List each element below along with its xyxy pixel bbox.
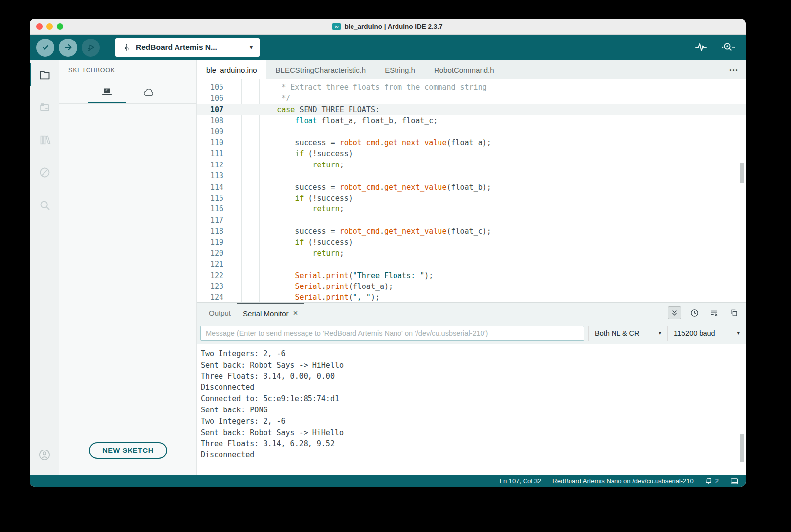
laptop-icon bbox=[101, 87, 113, 98]
upload-button[interactable] bbox=[59, 39, 77, 57]
line-number: 110 bbox=[197, 137, 223, 148]
code-text: return; bbox=[241, 204, 344, 214]
code-line[interactable]: 106 */ bbox=[197, 93, 746, 104]
code-line[interactable]: 116 return; bbox=[197, 204, 746, 214]
toggle-timestamp-button[interactable] bbox=[688, 306, 701, 319]
code-line[interactable]: 110 success = robot_cmd.get_next_value(f… bbox=[197, 137, 746, 148]
serial-input-row: Both NL & CR ▾ 115200 baud ▾ bbox=[197, 323, 746, 344]
minimize-window-button[interactable] bbox=[46, 23, 53, 30]
usb-icon bbox=[122, 42, 131, 53]
arduino-ide-window: ∞ ble_arduino | Arduino IDE 2.3.7 bbox=[30, 19, 746, 487]
verify-button[interactable] bbox=[36, 39, 54, 57]
output-tab[interactable]: Output bbox=[203, 303, 237, 323]
serial-output-line: Disconnected bbox=[201, 382, 746, 393]
sidebar-item-library-manager[interactable] bbox=[30, 127, 59, 153]
debug-button[interactable] bbox=[82, 39, 100, 57]
folder-icon bbox=[38, 68, 51, 82]
editor-scrollbar[interactable] bbox=[740, 163, 744, 183]
cursor-position[interactable]: Ln 107, Col 32 bbox=[500, 477, 542, 485]
board-selector-dropdown[interactable]: RedBoard Artemis N... ▾ bbox=[115, 38, 260, 57]
copy-icon bbox=[730, 308, 739, 317]
serial-monitor-button[interactable] bbox=[721, 41, 736, 54]
code-line[interactable]: 114 success = robot_cmd.get_next_value(f… bbox=[197, 182, 746, 193]
sidebar-item-search[interactable] bbox=[30, 192, 59, 218]
toggle-autoscroll-button[interactable] bbox=[668, 306, 681, 319]
titlebar: ∞ ble_arduino | Arduino IDE 2.3.7 bbox=[30, 19, 746, 35]
code-line[interactable]: 113 bbox=[197, 170, 746, 181]
sidebar-item-sketchbook[interactable] bbox=[30, 62, 59, 87]
window-title-area: ∞ ble_arduino | Arduino IDE 2.3.7 bbox=[30, 19, 746, 34]
copy-output-button[interactable] bbox=[727, 306, 741, 319]
panel-header: Output Serial Monitor × bbox=[197, 303, 746, 323]
editor-tab-robotcommand-h[interactable]: RobotCommand.h bbox=[425, 60, 504, 79]
code-editor[interactable]: 105 * Extract three floats from the comm… bbox=[197, 79, 746, 302]
line-number: 105 bbox=[197, 82, 223, 93]
clock-icon bbox=[690, 308, 699, 318]
serial-output[interactable]: Two Integers: 2, -6Sent back: Robot Says… bbox=[197, 344, 746, 475]
clear-output-button[interactable] bbox=[707, 306, 721, 319]
serial-output-line: Disconnected bbox=[201, 450, 746, 461]
code-line[interactable]: 107 case SEND_THREE_FLOATS: bbox=[197, 104, 746, 115]
code-text: */ bbox=[241, 93, 290, 104]
code-line[interactable]: 117 bbox=[197, 215, 746, 226]
local-sketchbook-tab[interactable] bbox=[88, 82, 126, 103]
chevron-down-icon: ▾ bbox=[250, 44, 253, 51]
notifications-button[interactable]: 2 bbox=[704, 477, 719, 485]
new-sketch-button[interactable]: NEW SKETCH bbox=[89, 442, 167, 459]
line-number: 121 bbox=[197, 259, 223, 270]
close-icon[interactable]: × bbox=[293, 308, 298, 318]
connected-board-status[interactable]: RedBoard Artemis Nano on /dev/cu.usbseri… bbox=[552, 477, 693, 485]
code-line[interactable]: 122 Serial.print("Three Floats: "); bbox=[197, 270, 746, 281]
code-line[interactable]: 123 Serial.print(float_a); bbox=[197, 281, 746, 292]
cloud-sketchbook-tab[interactable] bbox=[130, 82, 168, 103]
search-icon bbox=[38, 199, 51, 212]
serial-message-input[interactable] bbox=[200, 326, 584, 341]
line-number: 107 bbox=[197, 104, 223, 115]
editor-tab-estring-h[interactable]: EString.h bbox=[375, 60, 425, 79]
more-actions-button[interactable]: … bbox=[729, 62, 739, 73]
code-line[interactable]: 109 bbox=[197, 126, 746, 137]
toolbar: RedBoard Artemis N... ▾ bbox=[30, 35, 746, 60]
account-button[interactable] bbox=[30, 442, 59, 468]
editor-tab-ble_arduino-ino[interactable]: ble_arduino.ino bbox=[197, 60, 266, 79]
line-number: 116 bbox=[197, 204, 223, 214]
board-icon bbox=[38, 101, 51, 114]
editor-tab-blecstringcharacteristic-h[interactable]: BLECStringCharacteristic.h bbox=[266, 60, 376, 79]
code-line[interactable]: 111 if (!success) bbox=[197, 148, 746, 159]
sidebar-item-boards-manager[interactable] bbox=[30, 94, 59, 120]
serial-output-scrollbar[interactable] bbox=[740, 434, 744, 462]
output-tab-label: Output bbox=[209, 309, 231, 317]
editor-tabs: ble_arduino.inoBLECStringCharacteristic.… bbox=[197, 60, 504, 79]
baud-rate-dropdown[interactable]: 115200 baud ▾ bbox=[667, 326, 746, 341]
close-window-button[interactable] bbox=[36, 23, 43, 30]
code-line[interactable]: 119 if (!success) bbox=[197, 237, 746, 247]
code-line[interactable]: 108 float float_a, float_b, float_c; bbox=[197, 115, 746, 126]
line-ending-dropdown[interactable]: Both NL & CR ▾ bbox=[588, 326, 667, 341]
code-text: if (!success) bbox=[241, 237, 353, 247]
notification-count: 2 bbox=[715, 477, 719, 485]
serial-plotter-button[interactable] bbox=[694, 41, 708, 54]
chevron-down-icon: ▾ bbox=[659, 330, 661, 336]
code-line[interactable]: 105 * Extract three floats from the comm… bbox=[197, 82, 746, 93]
code-line[interactable]: 120 return; bbox=[197, 248, 746, 259]
code-line[interactable]: 112 return; bbox=[197, 160, 746, 170]
toggle-panel-button[interactable] bbox=[730, 477, 739, 486]
maximize-window-button[interactable] bbox=[57, 23, 63, 30]
line-number: 120 bbox=[197, 248, 223, 259]
code-line[interactable]: 115 if (!success) bbox=[197, 193, 746, 204]
cloud-icon bbox=[142, 87, 155, 98]
code-line[interactable]: 121 bbox=[197, 259, 746, 270]
code-text: return; bbox=[241, 248, 344, 259]
code-line[interactable]: 124 Serial.print(", "); bbox=[197, 292, 746, 302]
sidebar-item-debug[interactable] bbox=[30, 160, 59, 185]
serial-output-line: Connected to: 5c:e9:1e:85:74:d1 bbox=[201, 393, 746, 405]
line-ending-value: Both NL & CR bbox=[595, 329, 640, 337]
line-number: 114 bbox=[197, 182, 223, 193]
serial-output-line: Two Integers: 2, -6 bbox=[201, 348, 746, 360]
serial-monitor-tab[interactable]: Serial Monitor × bbox=[237, 303, 304, 323]
check-icon bbox=[40, 42, 51, 53]
serial-output-line: Two Integers: 2, -6 bbox=[201, 416, 746, 427]
code-text: success = robot_cmd.get_next_value(float… bbox=[241, 226, 491, 237]
code-line[interactable]: 118 success = robot_cmd.get_next_value(f… bbox=[197, 226, 746, 237]
sidebar-header: SKETCHBOOK bbox=[59, 60, 196, 74]
